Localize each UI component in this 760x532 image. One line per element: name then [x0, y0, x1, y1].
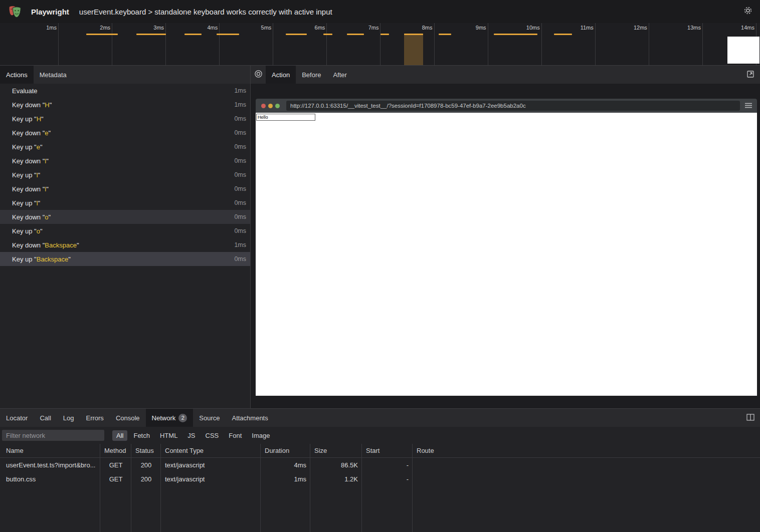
timeline-action-bar[interactable]: [136, 34, 166, 35]
timeline-tick[interactable]: 7ms: [327, 23, 381, 65]
open-snapshot-button[interactable]: [743, 66, 758, 84]
bottom-tabbar: LocatorCallLogErrorsConsoleNetwork2Sourc…: [0, 409, 760, 427]
action-row[interactable]: Key up "l"0ms: [0, 196, 250, 210]
network-filter-input[interactable]: [2, 430, 104, 441]
tab-errors[interactable]: Errors: [80, 409, 109, 427]
timeline-action-bar[interactable]: [184, 34, 202, 35]
timeline-selected-range[interactable]: [404, 34, 423, 65]
filter-chip-all[interactable]: All: [112, 430, 127, 441]
filter-chip-font[interactable]: Font: [225, 430, 246, 441]
action-duration: 0ms: [234, 213, 250, 220]
timeline-tick[interactable]: 6ms: [273, 23, 327, 65]
timeline-action-bar[interactable]: [323, 34, 332, 35]
filter-chip-css[interactable]: CSS: [202, 430, 223, 441]
pick-locator-button[interactable]: [251, 66, 266, 84]
action-duration: 0ms: [234, 227, 250, 234]
tab-metadata[interactable]: Metadata: [34, 66, 73, 84]
tab-locator[interactable]: Locator: [0, 409, 34, 427]
timeline-action-bar[interactable]: [404, 34, 423, 35]
cell-name: userEvent.test.ts?import&bro...: [0, 461, 100, 469]
cell-duration: 1ms: [261, 475, 310, 483]
action-duration: 0ms: [234, 129, 250, 136]
timeline-tick[interactable]: 9ms: [435, 23, 488, 65]
app-title: Playwright: [31, 8, 69, 16]
action-row[interactable]: Key down "H"1ms: [0, 98, 250, 112]
timeline-tick[interactable]: 11ms: [542, 23, 596, 65]
timeline-tick[interactable]: 2ms: [59, 23, 112, 65]
tab-after[interactable]: After: [327, 66, 352, 84]
timeline-tick[interactable]: 3ms: [112, 23, 166, 65]
browser-menu-button[interactable]: [740, 99, 757, 113]
tab-label: Errors: [86, 414, 103, 422]
timeline-action-bar[interactable]: [381, 34, 389, 35]
action-row[interactable]: Key up "o"0ms: [0, 224, 250, 238]
traffic-light-red: [261, 104, 266, 108]
filter-chip-js[interactable]: JS: [183, 430, 199, 441]
tab-console[interactable]: Console: [110, 409, 146, 427]
tab-source[interactable]: Source: [193, 409, 226, 427]
bottom-tabs: LocatorCallLogErrorsConsoleNetwork2Sourc…: [0, 409, 274, 427]
action-row[interactable]: Evaluate1ms: [0, 84, 250, 98]
timeline-action-bar[interactable]: [494, 34, 537, 35]
quote: ": [38, 171, 41, 179]
toggle-layout-button[interactable]: [743, 409, 758, 427]
quote: ": [46, 157, 49, 165]
external-link-icon: [746, 70, 754, 80]
tab-attachments[interactable]: Attachments: [226, 409, 274, 427]
tab-label: Network: [152, 414, 176, 422]
tab-network[interactable]: Network2: [146, 409, 194, 427]
action-key-value: o: [37, 227, 40, 235]
column-header-route: Route: [413, 447, 760, 454]
action-row[interactable]: Key down "l"0ms: [0, 182, 250, 196]
network-request-row[interactable]: userEvent.test.ts?import&bro...GET200tex…: [0, 458, 760, 472]
tab-label: After: [333, 71, 346, 79]
page-text-input[interactable]: [256, 114, 315, 121]
tab-before[interactable]: Before: [296, 66, 327, 84]
quote: ": [49, 213, 51, 221]
timeline-action-bar[interactable]: [347, 34, 364, 35]
settings-button[interactable]: [741, 5, 755, 19]
timeline-action-bar[interactable]: [286, 34, 307, 35]
network-request-row[interactable]: button.cssGET200text/javascript1ms1.2K-: [0, 472, 760, 486]
filter-chip-fetch[interactable]: Fetch: [129, 430, 154, 441]
cell-content-type: text/javascript: [161, 475, 261, 483]
snapshot-panel: ActionBeforeAfter: [251, 66, 760, 408]
tab-log[interactable]: Log: [57, 409, 80, 427]
action-title: Key down: [0, 185, 43, 193]
timeline-tick[interactable]: 12ms: [596, 23, 649, 65]
quote: ": [40, 143, 43, 151]
action-row[interactable]: Key down "o"0ms: [0, 210, 250, 224]
timeline-action-bar[interactable]: [439, 34, 451, 35]
tab-call[interactable]: Call: [34, 409, 57, 427]
tab-label: Console: [116, 414, 140, 422]
timeline-tick[interactable]: 4ms: [166, 23, 220, 65]
split-view-icon: [746, 414, 754, 422]
snapshot-area: http://127.0.0.1:63315/__vitest_test__/?…: [251, 84, 760, 408]
timeline-tick[interactable]: 10ms: [488, 23, 542, 65]
timeline-tick[interactable]: 5ms: [220, 23, 273, 65]
film-strip-frame[interactable]: [727, 37, 759, 64]
timeline-tick[interactable]: 13ms: [649, 23, 703, 65]
timeline-tick[interactable]: 1ms: [5, 23, 59, 65]
action-row[interactable]: Key up "Backspace"0ms: [0, 252, 250, 266]
timeline-action-bar[interactable]: [86, 34, 118, 35]
tab-action[interactable]: Action: [266, 66, 296, 84]
tab-label: Before: [302, 71, 321, 79]
table-body: userEvent.test.ts?import&bro...GET200tex…: [0, 458, 760, 486]
action-row[interactable]: Key down "l"0ms: [0, 154, 250, 168]
timeline-action-bar[interactable]: [554, 34, 572, 35]
tab-actions[interactable]: Actions: [0, 66, 34, 84]
action-duration: 0ms: [234, 143, 250, 150]
timeline-ruler[interactable]: 1ms2ms3ms4ms5ms6ms7ms8ms9ms10ms11ms12ms1…: [0, 23, 760, 66]
action-row[interactable]: Key down "e"0ms: [0, 126, 250, 140]
action-row[interactable]: Key up "l"0ms: [0, 168, 250, 182]
action-key-value: e: [37, 143, 40, 151]
filter-chip-html[interactable]: HTML: [156, 430, 181, 441]
action-title: Key down: [0, 241, 43, 249]
action-row[interactable]: Key up "e"0ms: [0, 140, 250, 154]
action-row[interactable]: Key up "H"0ms: [0, 112, 250, 126]
timeline-action-bar[interactable]: [217, 34, 239, 35]
action-row[interactable]: Key down "Backspace"1ms: [0, 238, 250, 252]
action-duration: 1ms: [234, 241, 250, 248]
filter-chip-image[interactable]: Image: [248, 430, 274, 441]
